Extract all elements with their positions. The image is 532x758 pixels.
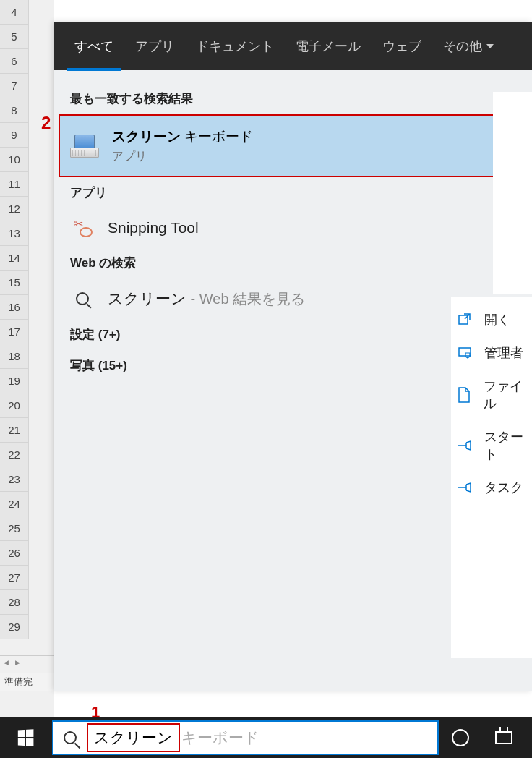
scroll-right-icon[interactable]: ▶ [12, 657, 23, 668]
tab-documents[interactable]: ドキュメント [189, 32, 281, 61]
best-match-subtitle: アプリ [112, 149, 253, 164]
svg-rect-1 [459, 348, 471, 356]
app-result-label: Snipping Tool [108, 219, 492, 237]
row-header[interactable]: 22 [0, 443, 29, 467]
row-header[interactable]: 4 [0, 0, 29, 25]
search-filter-tabs: すべて アプリ ドキュメント 電子メール ウェブ その他 [54, 22, 532, 70]
cortana-button[interactable] [439, 717, 482, 758]
taskbar: 1 スクリーン キーボード [0, 717, 532, 758]
action-open-file-location[interactable]: ファイル [457, 378, 532, 412]
best-match-text: スクリーン キーボード アプリ [112, 127, 253, 164]
cortana-icon [452, 729, 469, 746]
horizontal-scrollbar[interactable]: ◀ ▶ [0, 655, 54, 668]
task-view-button[interactable] [482, 717, 525, 758]
action-admin-label: 管理者 [484, 344, 523, 362]
row-header[interactable]: 21 [0, 418, 29, 443]
annotation-marker-2: 2 [41, 113, 51, 133]
row-header[interactable]: 16 [0, 295, 29, 320]
tab-email[interactable]: 電子メール [288, 32, 368, 61]
row-header[interactable]: 13 [0, 221, 29, 246]
row-header[interactable]: 9 [0, 123, 29, 148]
scroll-left-icon[interactable]: ◀ [0, 657, 12, 668]
file-icon [457, 387, 472, 403]
pin-icon [457, 438, 473, 453]
task-view-icon [495, 731, 512, 744]
row-header[interactable]: 23 [0, 467, 29, 492]
start-button[interactable] [0, 717, 51, 758]
action-pin-start[interactable]: スタート [457, 428, 532, 463]
row-header[interactable]: 12 [0, 197, 29, 221]
row-header[interactable]: 19 [0, 369, 29, 393]
details-panel-bg [493, 92, 532, 294]
search-icon [64, 731, 77, 744]
search-icon [70, 289, 95, 308]
action-pin-taskbar[interactable]: タスク [457, 479, 532, 496]
row-header[interactable]: 26 [0, 541, 29, 566]
action-task-label: タスク [484, 479, 523, 496]
row-header[interactable]: 5 [0, 25, 29, 49]
row-header[interactable]: 6 [0, 49, 29, 74]
row-header[interactable]: 11 [0, 172, 29, 197]
on-screen-keyboard-icon [70, 135, 99, 158]
row-header[interactable]: 17 [0, 320, 29, 344]
tab-web[interactable]: ウェブ [375, 32, 429, 61]
best-match-title: スクリーン キーボード [112, 127, 253, 146]
snipping-tool-icon: ✂ [70, 218, 95, 237]
row-header[interactable]: 24 [0, 492, 29, 516]
row-header[interactable]: 10 [0, 148, 29, 172]
windows-logo-icon [18, 729, 34, 746]
section-web-search: Web の検索 [54, 247, 532, 278]
row-header[interactable]: 18 [0, 344, 29, 369]
row-header[interactable]: 20 [0, 393, 29, 418]
section-apps: アプリ [54, 177, 532, 208]
best-match-result[interactable]: 2 スクリーン キーボード アプリ [59, 114, 528, 177]
row-header[interactable]: 29 [0, 615, 29, 639]
pin-icon [457, 480, 473, 495]
tab-all[interactable]: すべて [67, 32, 121, 61]
excel-row-headers: 4 5 6 7 8 9 10 11 12 13 14 15 16 17 18 1… [0, 0, 29, 639]
action-open[interactable]: 開く [457, 311, 532, 328]
row-header[interactable]: 7 [0, 74, 29, 98]
row-header[interactable]: 27 [0, 566, 29, 590]
action-run-admin[interactable]: 管理者 [457, 344, 532, 362]
row-header[interactable]: 8 [0, 98, 29, 123]
row-header[interactable]: 25 [0, 516, 29, 541]
tab-apps[interactable]: アプリ [128, 32, 181, 61]
action-start-label: スタート [484, 428, 532, 463]
windows-search-panel: すべて アプリ ドキュメント 電子メール ウェブ その他 最も一致する検索結果 … [54, 22, 532, 691]
chevron-down-icon [486, 44, 494, 48]
action-file-label: ファイル [484, 378, 532, 412]
details-actions-panel: 開く 管理者 ファイル スタート タスク [451, 297, 532, 658]
excel-statusbar: 準備完 [0, 673, 54, 691]
section-best-match: 最も一致する検索結果 [54, 83, 532, 114]
action-open-label: 開く [484, 311, 510, 328]
tab-more-label: その他 [443, 38, 482, 55]
annotation-marker-1: 1 [91, 703, 100, 722]
shield-icon [457, 345, 473, 361]
web-result-label: スクリーン - Web 結果を見る [108, 289, 492, 309]
row-header[interactable]: 14 [0, 246, 29, 271]
search-autocomplete-ghost: キーボード [181, 728, 259, 748]
tab-more[interactable]: その他 [436, 32, 501, 61]
taskbar-search-input[interactable]: 1 スクリーン キーボード [52, 720, 439, 755]
row-header[interactable]: 28 [0, 590, 29, 615]
search-typed-text: スクリーン [87, 723, 180, 752]
open-icon [457, 312, 473, 328]
row-header[interactable]: 15 [0, 271, 29, 295]
app-result-snipping-tool[interactable]: ✂ Snipping Tool › [54, 208, 532, 247]
